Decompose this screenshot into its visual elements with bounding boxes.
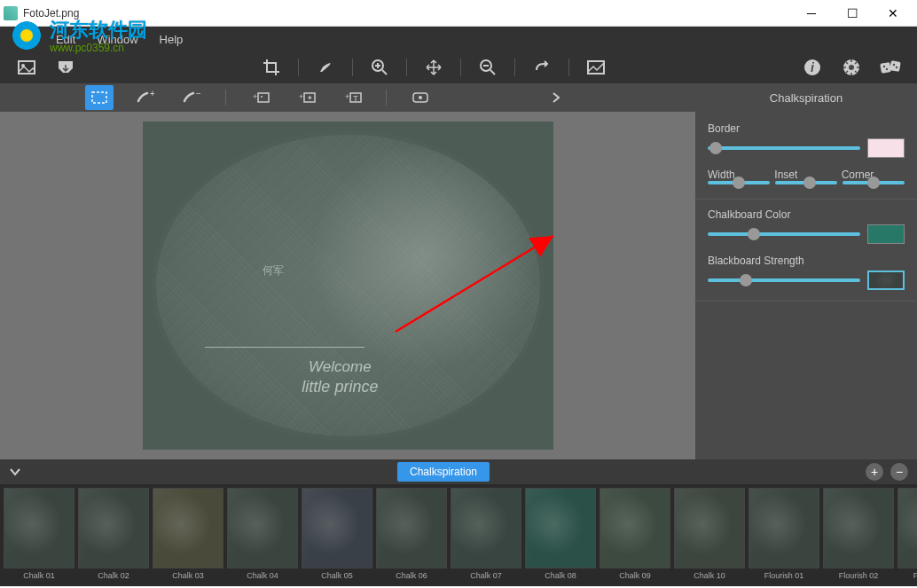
thumbnail-item[interactable]: Chalk 09 bbox=[600, 488, 670, 583]
thumbnail-preview bbox=[525, 488, 596, 568]
thumbnail-label: Chalk 10 bbox=[674, 568, 745, 583]
redo-button[interactable] bbox=[526, 53, 558, 82]
thumbnail-label: Flourish 01 bbox=[748, 568, 819, 583]
svg-rect-4 bbox=[588, 61, 604, 74]
blackboard-texture-swatch[interactable] bbox=[867, 270, 905, 290]
svg-text:T: T bbox=[353, 94, 358, 103]
menu-help[interactable]: Help bbox=[151, 29, 192, 50]
thumbnail-item[interactable]: Chalk 01 bbox=[4, 488, 74, 583]
info-button[interactable]: i bbox=[796, 53, 828, 82]
thumbnail-label: Chalk 08 bbox=[525, 568, 596, 583]
thumbnail-label: Flourish 03 bbox=[897, 568, 917, 583]
app-icon bbox=[4, 6, 18, 20]
svg-text:+: + bbox=[150, 90, 154, 98]
svg-point-13 bbox=[893, 64, 895, 66]
zoom-out-button[interactable] bbox=[472, 53, 504, 82]
transform-tool[interactable] bbox=[406, 85, 435, 110]
thumbnail-item[interactable]: Flourish 03 bbox=[897, 488, 917, 583]
chalkboard-color-label: Chalkboard Color bbox=[708, 208, 905, 221]
zoom-in-button[interactable] bbox=[364, 53, 396, 82]
filter-category-badge[interactable]: Chalkspiration bbox=[397, 462, 490, 482]
properties-panel: Border Width Inset Corner Chalkboard Col… bbox=[695, 112, 917, 459]
thumbnail-label: Flourish 02 bbox=[823, 568, 894, 583]
chalkboard-color-slider[interactable] bbox=[708, 232, 860, 236]
thumbnail-label: Chalk 02 bbox=[78, 568, 149, 583]
border-color-swatch[interactable] bbox=[867, 138, 905, 158]
thumbnail-label: Chalk 05 bbox=[302, 568, 372, 583]
menubar: File Edit Window Help bbox=[0, 27, 917, 51]
close-button[interactable]: ✕ bbox=[873, 0, 913, 27]
thumbnail-label: Chalk 06 bbox=[376, 568, 447, 583]
thumbnail-item[interactable]: Chalk 08 bbox=[525, 488, 596, 583]
menu-file[interactable]: File bbox=[7, 29, 43, 50]
canvas-text: Welcome little prince bbox=[302, 358, 378, 396]
thumbnail-item[interactable]: Chalk 10 bbox=[674, 488, 745, 583]
svg-text:+: + bbox=[253, 92, 257, 101]
minimize-button[interactable]: ─ bbox=[791, 0, 832, 27]
canvas[interactable]: 何军 Welcome little prince bbox=[143, 122, 553, 450]
thumbnail-preview bbox=[376, 488, 447, 568]
menu-window[interactable]: Window bbox=[88, 29, 146, 50]
chalkboard-color-swatch[interactable] bbox=[867, 224, 905, 244]
canvas-area: 何军 Welcome little prince bbox=[0, 112, 695, 459]
svg-text:+: + bbox=[345, 92, 349, 101]
svg-rect-9 bbox=[880, 62, 891, 74]
thumbnail-preview bbox=[451, 488, 521, 568]
svg-text:+: + bbox=[299, 92, 303, 101]
settings-button[interactable] bbox=[835, 53, 867, 82]
brush-remove-tool[interactable]: − bbox=[177, 85, 206, 110]
compare-button[interactable] bbox=[580, 53, 612, 82]
add-preset-button[interactable]: + bbox=[866, 463, 883, 481]
sub-toolbar: + − + +✦ +T Chalkspiration bbox=[0, 83, 917, 112]
filter-category: Chalkspiration bbox=[21, 462, 866, 482]
thumbnail-item[interactable]: Chalk 02 bbox=[78, 488, 149, 583]
remove-preset-button[interactable]: − bbox=[890, 463, 908, 481]
canvas-line bbox=[205, 347, 364, 348]
border-slider[interactable] bbox=[708, 146, 860, 150]
canvas-text-line2: little prince bbox=[302, 378, 378, 396]
thumbnail-label: Chalk 09 bbox=[600, 568, 670, 583]
thumbnail-item[interactable]: Chalk 05 bbox=[302, 488, 372, 583]
filter-expand-button[interactable] bbox=[9, 467, 21, 476]
dice-button[interactable] bbox=[874, 53, 906, 82]
svg-point-8 bbox=[849, 65, 854, 70]
menu-edit[interactable]: Edit bbox=[47, 29, 84, 50]
thumbnail-label: Chalk 01 bbox=[4, 568, 74, 583]
panel-collapse-button[interactable] bbox=[552, 91, 560, 104]
thumbnails-strip[interactable]: Chalk 01Chalk 02Chalk 03Chalk 04Chalk 05… bbox=[0, 484, 917, 586]
marquee-tool[interactable] bbox=[85, 85, 114, 110]
width-slider[interactable] bbox=[708, 181, 770, 184]
add-image-tool[interactable]: + bbox=[246, 85, 274, 110]
svg-text:✦: ✦ bbox=[307, 94, 313, 102]
thumbnail-preview bbox=[78, 488, 149, 568]
thumbnail-item[interactable]: Chalk 06 bbox=[376, 488, 447, 583]
thumbnail-label: Chalk 04 bbox=[227, 568, 298, 583]
blackboard-strength-label: Blackboard Strength bbox=[708, 255, 905, 267]
svg-text:−: − bbox=[196, 90, 200, 98]
corner-slider[interactable] bbox=[843, 181, 905, 184]
save-button[interactable] bbox=[50, 53, 82, 82]
thumbnail-item[interactable]: Flourish 01 bbox=[748, 488, 819, 583]
thumbnail-item[interactable]: Chalk 07 bbox=[451, 488, 521, 583]
crop-button[interactable] bbox=[255, 53, 287, 82]
svg-point-11 bbox=[883, 66, 885, 67]
svg-rect-15 bbox=[92, 92, 106, 103]
open-button[interactable] bbox=[11, 53, 43, 82]
add-text-tool[interactable]: +T bbox=[338, 85, 366, 110]
inset-slider[interactable] bbox=[775, 181, 837, 184]
maximize-button[interactable]: ☐ bbox=[832, 0, 873, 27]
titlebar: FotoJet.png ─ ☐ ✕ bbox=[0, 0, 917, 27]
brush-add-tool[interactable]: + bbox=[131, 85, 160, 110]
svg-point-20 bbox=[261, 96, 263, 98]
blackboard-strength-slider[interactable] bbox=[708, 278, 860, 282]
thumbnail-item[interactable]: Chalk 04 bbox=[227, 488, 298, 583]
thumbnail-item[interactable]: Chalk 03 bbox=[153, 488, 223, 583]
clone-button[interactable] bbox=[310, 53, 341, 82]
svg-point-28 bbox=[419, 96, 422, 99]
thumbnail-item[interactable]: Flourish 02 bbox=[823, 488, 894, 583]
border-label: Border bbox=[708, 122, 905, 135]
thumbnail-preview bbox=[897, 488, 917, 568]
add-effect-tool[interactable]: +✦ bbox=[292, 85, 320, 110]
move-button[interactable] bbox=[418, 53, 450, 82]
svg-rect-10 bbox=[890, 60, 901, 72]
